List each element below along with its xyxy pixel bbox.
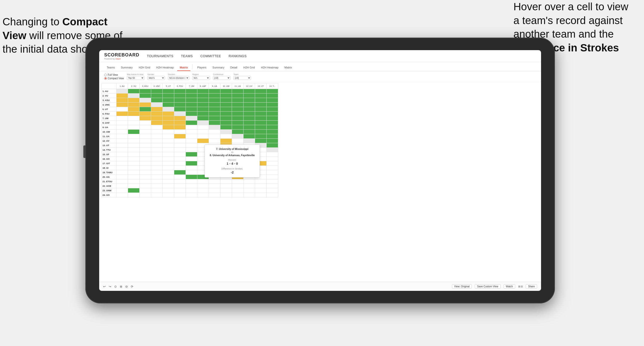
matrix-cell-19-3[interactable] <box>151 175 163 179</box>
matrix-cell-17-2[interactable] <box>140 166 151 170</box>
matrix-cell-7-6[interactable] <box>186 121 197 125</box>
matrix-cell-0-0[interactable] <box>116 89 128 94</box>
matrix-cell-10-7[interactable] <box>197 134 209 139</box>
matrix-cell-20-9[interactable] <box>220 179 232 184</box>
matrix-cell-4-8[interactable] <box>209 107 220 112</box>
matrix-cell-8-9[interactable] <box>220 125 232 130</box>
full-view-option[interactable]: Full View <box>104 73 124 76</box>
matrix-cell-0-3[interactable] <box>151 89 163 94</box>
matrix-cell-5-11[interactable] <box>244 112 255 116</box>
matrix-cell-23-4[interactable] <box>163 193 174 197</box>
matrix-cell-14-5[interactable] <box>174 152 186 157</box>
filter-conference-select[interactable]: (All) <box>213 76 230 80</box>
matrix-cell-15-6[interactable] <box>186 157 197 161</box>
matrix-cell-10-11[interactable] <box>244 134 255 139</box>
matrix-cell-14-0[interactable] <box>116 152 128 157</box>
filter-max-teams-select[interactable]: Top 50 <box>127 76 144 80</box>
matrix-cell-0-7[interactable] <box>197 89 209 94</box>
matrix-cell-3-7[interactable] <box>197 103 209 107</box>
matrix-cell-23-13[interactable] <box>267 193 278 197</box>
matrix-cell-1-7[interactable] <box>197 94 209 98</box>
matrix-cell-2-12[interactable] <box>255 98 267 103</box>
matrix-cell-3-2[interactable] <box>140 103 151 107</box>
matrix-cell-2-13[interactable] <box>267 98 278 103</box>
matrix-cell-6-4[interactable] <box>163 116 174 121</box>
matrix-cell-21-10[interactable] <box>232 184 244 188</box>
matrix-cell-5-9[interactable] <box>220 112 232 116</box>
matrix-cell-3-4[interactable] <box>163 103 174 107</box>
matrix-cell-1-5[interactable] <box>174 94 186 98</box>
matrix-cell-21-4[interactable] <box>163 184 174 188</box>
matrix-cell-2-10[interactable] <box>232 98 244 103</box>
redo-icon[interactable]: ↪ <box>109 285 111 288</box>
matrix-cell-4-3[interactable] <box>151 107 163 112</box>
matrix-cell-20-12[interactable] <box>255 179 267 184</box>
matrix-cell-22-8[interactable] <box>209 188 220 193</box>
matrix-cell-5-10[interactable] <box>232 112 244 116</box>
matrix-cell-6-8[interactable] <box>209 116 220 121</box>
matrix-cell-23-6[interactable] <box>186 193 197 197</box>
subtab-h2h-grid[interactable]: H2H Grid <box>136 64 153 71</box>
matrix-cell-1-13[interactable] <box>267 94 278 98</box>
matrix-cell-22-11[interactable] <box>244 188 255 193</box>
matrix-cell-11-2[interactable] <box>140 139 151 143</box>
matrix-cell-11-0[interactable] <box>116 139 128 143</box>
matrix-cell-0-5[interactable] <box>174 89 186 94</box>
matrix-cell-17-3[interactable] <box>151 166 163 170</box>
matrix-cell-13-3[interactable] <box>151 148 163 152</box>
matrix-cell-10-10[interactable] <box>232 134 244 139</box>
matrix-cell-2-7[interactable] <box>197 98 209 103</box>
matrix-cell-11-7[interactable] <box>197 139 209 143</box>
matrix-cell-10-6[interactable] <box>186 134 197 139</box>
matrix-cell-14-2[interactable] <box>140 152 151 157</box>
matrix-cell-23-1[interactable] <box>128 193 140 197</box>
matrix-cell-21-13[interactable] <box>267 184 278 188</box>
matrix-cell-2-1[interactable] <box>128 98 140 103</box>
matrix-cell-9-9[interactable] <box>220 130 232 134</box>
nav-item-committee[interactable]: COMMITTEE <box>200 54 221 58</box>
matrix-cell-4-9[interactable] <box>220 107 232 112</box>
matrix-cell-0-11[interactable] <box>244 89 255 94</box>
matrix-cell-20-0[interactable] <box>116 179 128 184</box>
matrix-cell-7-3[interactable] <box>151 121 163 125</box>
matrix-cell-9-0[interactable] <box>116 130 128 134</box>
filter-division-select[interactable]: NCAA Division I <box>168 76 189 80</box>
matrix-cell-10-5[interactable] <box>174 134 186 139</box>
matrix-cell-9-2[interactable] <box>140 130 151 134</box>
undo-icon[interactable]: ↩ <box>103 285 106 288</box>
matrix-cell-3-11[interactable] <box>244 103 255 107</box>
matrix-cell-6-11[interactable] <box>244 116 255 121</box>
matrix-cell-5-7[interactable] <box>197 112 209 116</box>
matrix-cell-8-7[interactable] <box>197 125 209 130</box>
matrix-cell-17-0[interactable] <box>116 166 128 170</box>
matrix-cell-17-5[interactable] <box>174 166 186 170</box>
matrix-cell-11-5[interactable] <box>174 139 186 143</box>
matrix-cell-7-10[interactable] <box>232 121 244 125</box>
matrix-cell-12-5[interactable] <box>174 143 186 148</box>
matrix-cell-6-10[interactable] <box>232 116 244 121</box>
matrix-cell-9-6[interactable] <box>186 130 197 134</box>
matrix-cell-4-12[interactable] <box>255 107 267 112</box>
matrix-cell-5-4[interactable] <box>163 112 174 116</box>
matrix-cell-20-7[interactable] <box>197 179 209 184</box>
matrix-cell-7-5[interactable] <box>174 121 186 125</box>
matrix-cell-9-13[interactable] <box>267 130 278 134</box>
matrix-cell-19-13[interactable] <box>267 175 278 179</box>
main-content[interactable]: 1. AU 2. VU 3. ASU 4. UNC 5. UT 6. FSU 7… <box>99 82 541 282</box>
matrix-cell-4-7[interactable] <box>197 107 209 112</box>
matrix-cell-5-0[interactable] <box>116 112 128 116</box>
matrix-cell-10-3[interactable] <box>151 134 163 139</box>
matrix-cell-13-0[interactable] <box>116 148 128 152</box>
matrix-cell-23-11[interactable] <box>244 193 255 197</box>
matrix-cell-20-13[interactable] <box>267 179 278 184</box>
matrix-cell-8-6[interactable] <box>186 125 197 130</box>
matrix-cell-22-2[interactable] <box>140 188 151 193</box>
matrix-cell-2-11[interactable] <box>244 98 255 103</box>
matrix-cell-4-11[interactable] <box>244 107 255 112</box>
matrix-cell-22-5[interactable] <box>174 188 186 193</box>
matrix-cell-7-0[interactable] <box>116 121 128 125</box>
matrix-cell-8-10[interactable] <box>232 125 244 130</box>
matrix-cell-11-1[interactable] <box>128 139 140 143</box>
compact-view-option[interactable]: Compact View <box>104 77 124 80</box>
matrix-cell-14-4[interactable] <box>163 152 174 157</box>
